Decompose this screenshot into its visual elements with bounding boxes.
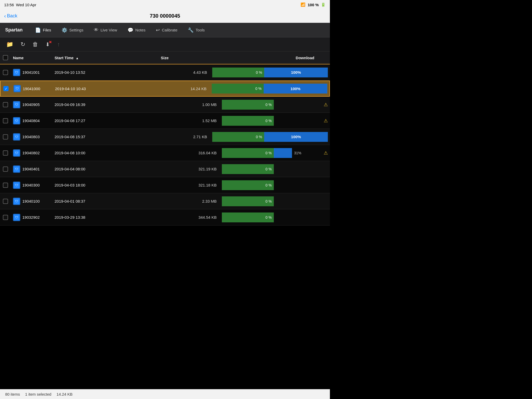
row5-check-cell[interactable] — [0, 133, 11, 141]
table-row: 🛡 19040803 2019-04-08 15:37 2.71 KB 0 % … — [0, 129, 330, 145]
row7-checkbox[interactable] — [3, 167, 8, 172]
file-icon: 🛡 — [13, 117, 20, 124]
time: 13:56 — [4, 3, 14, 7]
date: Wed 10 Apr — [16, 3, 36, 7]
nav-item-calibrate[interactable]: ↩ Calibrate — [151, 23, 183, 37]
row4-name-cell: 🛡 19040804 — [11, 116, 52, 125]
file-icon-inner: 🛡 — [14, 70, 19, 75]
nav-settings-label: Settings — [69, 28, 83, 32]
delete-button[interactable]: 🗑 — [30, 40, 40, 49]
status-bar: 13:56 Wed 10 Apr 📶 100 % 🔋 — [0, 0, 330, 9]
table-row: 🛡 19040100 2019-04-01 08:37 2.33 MB 0 % — [0, 193, 330, 209]
row8-checkbox[interactable] — [3, 183, 8, 188]
header-starttime[interactable]: Start Time ▲ — [52, 54, 110, 62]
row9-size: 2.33 MB — [110, 198, 220, 204]
file-icon: 🛡 — [13, 149, 20, 157]
row1-check-cell[interactable] — [0, 69, 11, 76]
row3-name-cell: 🛡 19040905 — [11, 100, 52, 109]
row3-progress: 0 % — [222, 100, 328, 110]
row1-name-cell: 🛡 19041001 — [11, 68, 52, 77]
row7-check-cell[interactable] — [0, 165, 11, 173]
nav-item-liveview[interactable]: 👁 Live View — [89, 23, 122, 37]
row5-checkbox[interactable] — [3, 134, 8, 139]
row9-checkbox[interactable] — [3, 199, 8, 204]
row2-check-cell[interactable] — [1, 85, 11, 92]
row9-check-cell[interactable] — [0, 198, 11, 205]
row7-name: 19040401 — [22, 167, 40, 171]
row5-progress: 0 % 100% — [212, 132, 328, 142]
row6-blue-bar — [274, 148, 292, 158]
file-icon: 🛡 — [13, 165, 20, 173]
row4-starttime: 2019-04-08 17:27 — [52, 117, 110, 124]
row1-progress: 0 % 100% — [212, 68, 328, 77]
row9-progress: 0 % — [222, 196, 328, 206]
cancel-overlay: ✖ — [49, 40, 52, 44]
file-icon: 🛡 — [13, 133, 20, 141]
nav-item-tools[interactable]: 🔧 Tools — [183, 23, 210, 37]
row3-check-cell[interactable] — [0, 101, 11, 108]
warning-icon: ⚠ — [324, 118, 328, 124]
back-button[interactable]: ‹ Back — [4, 13, 17, 19]
table-row: 🛡 19041001 2019-04-10 13:52 4.43 KB 0 % … — [0, 64, 330, 81]
row1-green-bar: 0 % — [212, 68, 264, 77]
upload-button[interactable]: ↑ — [55, 40, 62, 49]
nav-files-label: Files — [43, 28, 51, 32]
row3-size: 1.00 MB — [110, 101, 220, 108]
tools-icon: 🔧 — [188, 27, 194, 33]
header-size: Size — [110, 54, 220, 62]
table-row: 🛡 19041000 2019-04-10 10:43 14.24 KB 0 %… — [0, 81, 330, 97]
nav-item-settings[interactable]: ⚙️ Settings — [56, 23, 89, 37]
row2-green-bar: 0 % — [212, 84, 264, 94]
row2-checkbox[interactable] — [3, 86, 9, 91]
row10-check-cell[interactable] — [0, 214, 11, 221]
download-button[interactable]: ⬇ ✖ — [43, 40, 52, 49]
header-checkbox[interactable] — [3, 55, 8, 60]
row7-progress: 0 % — [222, 164, 328, 174]
row5-size: 2.71 KB — [110, 134, 210, 140]
row4-checkbox[interactable] — [3, 118, 8, 123]
row9-name-cell: 🛡 19040100 — [11, 197, 52, 206]
row1-checkbox[interactable] — [3, 70, 8, 75]
file-icon-inner: 🛡 — [14, 182, 19, 188]
file-icon-inner: 🛡 — [14, 118, 19, 124]
row5-name-cell: 🛡 19040803 — [11, 132, 52, 142]
nav-item-files[interactable]: 📄 Files — [30, 23, 56, 37]
row6-download: 0 % 31% ⚠ — [220, 147, 330, 159]
row2-download: 0 % 100% — [210, 83, 329, 95]
warning-icon: ⚠ — [324, 102, 328, 108]
row4-check-cell[interactable] — [0, 117, 11, 124]
refresh-button[interactable]: ↻ — [18, 40, 27, 49]
row6-check-cell[interactable] — [0, 149, 11, 157]
row1-download: 0 % 100% — [210, 66, 330, 78]
row5-download: 0 % 100% — [210, 131, 330, 143]
row10-name: 19032902 — [22, 215, 40, 220]
table-row: 🛡 19040804 2019-04-08 17:27 1.52 MB 0 % … — [0, 113, 330, 129]
row3-starttime: 2019-04-09 16:39 — [52, 101, 110, 108]
row10-download: 0 % — [220, 211, 330, 223]
row6-name: 19040802 — [22, 151, 40, 155]
row2-size: 14.24 KB — [110, 85, 210, 92]
wifi-icon: 📶 — [301, 2, 305, 7]
title-bar: ‹ Back 730 0000045 — [0, 9, 330, 23]
file-icon-inner: 🛡 — [14, 150, 19, 156]
file-icon: 🛡 — [13, 69, 20, 76]
row3-checkbox[interactable] — [3, 102, 8, 107]
nav-item-notes[interactable]: 💬 Notes — [122, 23, 151, 37]
row8-check-cell[interactable] — [0, 182, 11, 189]
row3-name: 19040905 — [22, 102, 40, 107]
row10-progress: 0 % — [222, 212, 328, 222]
nav-brand: Spartan — [3, 27, 28, 33]
nav-notes-label: Notes — [135, 28, 145, 32]
file-icon-inner: 🛡 — [14, 166, 19, 172]
row10-checkbox[interactable] — [3, 215, 8, 220]
table-header: Name Start Time ▲ Size Download — [0, 51, 330, 64]
folder-button[interactable]: 📁 — [4, 40, 15, 49]
header-name: Name — [11, 54, 52, 62]
file-icon: 🛡 — [13, 182, 20, 189]
row10-green-bar: 0 % — [222, 212, 274, 222]
row1-blue-bar: 100% — [264, 68, 328, 77]
file-icon-inner: 🛡 — [14, 198, 19, 204]
row6-checkbox[interactable] — [3, 150, 8, 156]
header-checkbox-cell[interactable] — [0, 54, 11, 62]
row4-size: 1.52 MB — [110, 117, 220, 124]
